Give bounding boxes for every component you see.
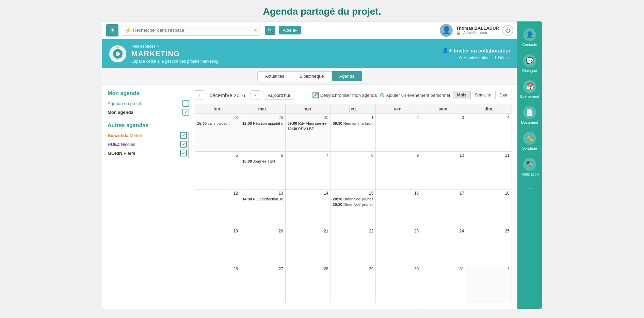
calendar-cell-w2-d6[interactable]: 18 [466,190,512,227]
view-week-button[interactable]: Semaine [471,91,495,99]
invite-button[interactable]: 👤+ Inviter un collaborateur [442,47,510,54]
calendar-cell-w3-d5[interactable]: 24 [421,227,466,265]
view-day-button[interactable]: Jour [496,91,512,99]
tab-bibliotheque[interactable]: Bibliothèque [292,71,332,81]
calendar-cell-w2-d3[interactable]: 1520:30 Dîner Noël jeunes20:30 Dîner Noë… [331,190,376,227]
power-button[interactable]: ⏻ [502,25,513,36]
calendar-cell-w3-d1[interactable]: 20 [240,227,286,265]
search-input[interactable] [133,28,253,33]
calendar-event[interactable]: 15:30 call microsoft [197,121,238,126]
calendar-cell-w1-d6[interactable]: 11 [466,152,512,189]
add-event-button[interactable]: ⊕ Ajouter un événement personnel [380,91,450,99]
checkbox-morin[interactable] [180,150,187,156]
calendar-cell-w4-d1[interactable]: 27 [240,265,286,303]
checkbox-project[interactable] [182,100,189,107]
calendar-event[interactable]: 09:30 Réunion marketin [333,121,374,126]
calendar-cell-w4-d5[interactable]: 31 [421,265,466,303]
more-button[interactable]: ... [526,183,533,190]
next-month-button[interactable]: › [251,90,260,100]
calendar-cell-w3-d2[interactable]: 21 [286,227,331,265]
user-plus-icon: 👤+ [442,47,452,54]
day-header-sam: sam. [421,104,466,113]
calendar-date: 30 [288,115,328,120]
agenda-label-project[interactable]: Agenda du projet [108,101,141,106]
calendar-cell-w1-d1[interactable]: 610:00 Journée TSN [240,152,286,189]
search-button[interactable]: 🔍 [265,26,275,35]
prev-month-button[interactable]: ‹ [195,90,204,100]
app-wrapper: ⊞ ⚡ ✕ 🔍 Aide ▶ 👤 Thomas BALLADUR [102,21,542,309]
grid-button[interactable]: ⊞ [106,24,118,36]
calendar-date: 3 [423,115,464,120]
calendar-cell-w0-d6[interactable]: 4 [466,114,512,151]
calendar-cell-w3-d4[interactable]: 23 [376,227,421,265]
checkbox-benzehda[interactable] [180,132,187,139]
calendar-cell-w2-d4[interactable]: 16 [376,190,421,227]
clear-icon[interactable]: ✕ [253,28,257,33]
administration-button[interactable]: ⚙ Administration [458,56,489,60]
calendar-cell-w0-d5[interactable]: 3 [421,114,466,151]
calendar-cell-w4-d6[interactable]: 1 [466,265,512,303]
calendar-cell-w4-d3[interactable]: 29 [331,265,376,303]
other-agenda-scroll[interactable]: Benzehda Mehdi HUEZ Nicolas [108,132,189,158]
calendar-cell-w4-d0[interactable]: 26 [195,265,240,303]
tab-agenda[interactable]: Agenda [332,71,363,81]
calendar-cell-w2-d1[interactable]: 1314:00 RDV extraction Je [240,190,286,227]
calendar-event[interactable]: 14:00 RDV extraction Je [242,197,283,201]
calendar-date: 31 [423,267,464,271]
calendar-cell-w1-d5[interactable]: 10 [421,152,466,189]
sidebar-item-contacts[interactable]: 👤 Contacts [517,25,542,50]
calendar-cell-w3-d0[interactable]: 19 [195,227,240,265]
calendar-date: 1 [468,267,510,271]
calendar-cell-w1-d0[interactable]: 5 [195,152,240,189]
calendar-event[interactable]: 09:00 Rdv Alain pireyre [288,121,328,126]
calendar-cell-w2-d2[interactable]: 14 [286,190,331,227]
calendar-date: 1 [333,115,374,120]
sidebar-item-dialogue[interactable]: 💬 Dialogue [517,51,542,76]
sidebar-item-document[interactable]: 📄 Document [517,103,542,128]
calendar-date: 30 [378,267,419,271]
sync-button[interactable]: 🔄 Désynchroniser mon agenda [312,92,377,99]
calendar-cell-w1-d4[interactable]: 9 [376,152,421,189]
calendar-cell-w0-d3[interactable]: 109:30 Réunion marketin [331,114,376,151]
calendar-cell-w0-d0[interactable]: 2815:30 call microsoft [195,114,240,151]
help-button[interactable]: Aide ▶ [279,26,301,34]
calendar-cell-w3-d6[interactable]: 25 [466,227,512,265]
calendar-date: 17 [423,191,464,196]
agenda-sidebar: Mon agenda Agenda du projet Mon agenda A… [108,90,189,303]
calendar-cell-w0-d2[interactable]: 3009:00 Rdv Alain pireyre12:30 RDV LBD [286,114,331,151]
calendar-cell-w4-d2[interactable]: 28 [286,265,331,303]
calendar-event[interactable]: 10:00 Journée TSN [242,159,283,164]
calendar-cell-w4-d4[interactable]: 30 [376,265,421,303]
document-icon: 📄 [523,106,536,119]
sidebar-item-evenement[interactable]: 📅 Evènement [517,77,542,102]
agenda-item-project: Agenda du projet [108,100,189,107]
calendar-cell-w1-d2[interactable]: 7 [286,152,331,189]
space-info: Mes espaces > MARKETING Espace dédié à l… [131,44,219,64]
calendar-event[interactable]: 20:30 Dîner Noël jeunes [333,197,374,201]
sidebar-item-publication[interactable]: ✒️ Publication [517,154,542,180]
calendar-event[interactable]: 12:00 Réunion appidel c [242,121,283,126]
details-button[interactable]: ℹ Détails [495,56,511,60]
tab-actualites[interactable]: Actualités [257,71,292,81]
calendar-event[interactable]: 20:30 Dîner Noël jeunes [333,202,374,207]
calendar-cell-w2-d0[interactable]: 12 [195,190,240,227]
calendar-event[interactable]: 12:30 RDV LBD [288,126,328,131]
calendar-cell-w3-d3[interactable]: 22 [331,227,376,265]
checkbox-huez[interactable] [180,141,187,148]
agenda-label-morin: MORIN Pierre [108,151,135,156]
page-title: Agenda partagé du projet. [0,6,644,17]
agenda-label-personal[interactable]: Mon agenda [108,110,133,115]
calendar-cell-w0-d4[interactable]: 2 [376,114,421,151]
space-left: Mes espaces > MARKETING Espace dédié à l… [109,44,219,64]
search-lightning-icon: ⚡ [125,27,132,33]
calendar-cell-w0-d1[interactable]: 2912:00 Réunion appidel c [240,114,286,151]
calendar-cell-w2-d5[interactable]: 17 [421,190,466,227]
today-button[interactable]: Aujourd'hui [263,91,295,100]
calendar-date: 26 [197,267,238,271]
calendar-cell-w1-d3[interactable]: 8 [331,152,376,189]
view-month-button[interactable]: Mois [453,91,471,99]
agenda-item-huez: HUEZ Nicolas [108,141,187,148]
sidebar-item-sondage[interactable]: ✏️ Sondage [517,128,542,154]
checkbox-personal[interactable] [182,109,189,116]
calendar-date: 5 [197,153,238,158]
